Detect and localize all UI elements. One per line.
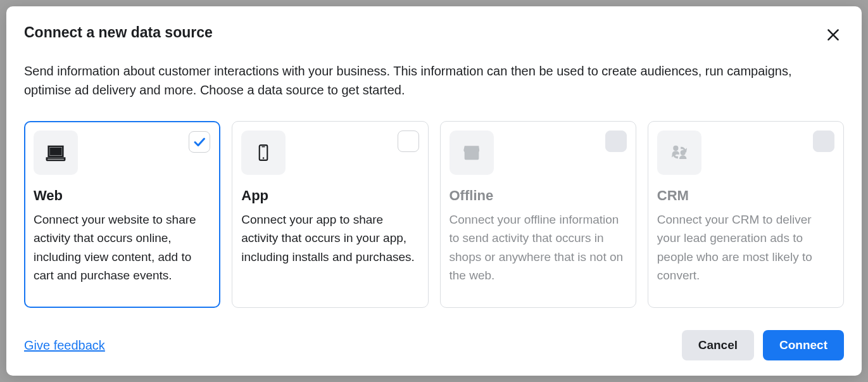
card-check-offline	[605, 131, 627, 152]
card-title-offline: Offline	[450, 188, 627, 204]
people-sync-icon	[657, 131, 701, 175]
modal-footer: Give feedback Cancel Connect	[24, 311, 844, 360]
checkmark-icon	[192, 134, 207, 150]
card-text-crm: Connect your CRM to deliver your lead ge…	[657, 210, 834, 285]
phone-icon	[241, 131, 286, 175]
cancel-button[interactable]: Cancel	[682, 330, 754, 360]
card-text-offline: Connect your offline information to send…	[450, 210, 627, 285]
card-web[interactable]: Web Connect your website to share activi…	[24, 121, 220, 308]
give-feedback-link[interactable]: Give feedback	[24, 338, 105, 353]
svg-rect-0	[49, 148, 61, 155]
footer-buttons: Cancel Connect	[682, 330, 844, 360]
card-title-web: Web	[34, 188, 211, 204]
card-title-crm: CRM	[657, 188, 834, 204]
laptop-icon	[34, 131, 78, 175]
store-icon	[450, 131, 494, 175]
card-title-app: App	[241, 188, 418, 204]
connect-button[interactable]: Connect	[763, 330, 844, 360]
card-check-web	[189, 131, 210, 153]
close-icon	[825, 27, 841, 45]
card-app[interactable]: App Connect your app to share activity t…	[232, 121, 428, 308]
card-check-app	[398, 131, 419, 152]
svg-point-2	[263, 157, 265, 159]
card-offline: Offline Connect your offline information…	[440, 121, 636, 308]
card-text-web: Connect your website to share activity t…	[34, 210, 211, 285]
svg-point-4	[674, 146, 678, 151]
modal-description: Send information about customer interact…	[24, 61, 844, 99]
data-source-cards: Web Connect your website to share activi…	[24, 121, 844, 308]
connect-data-source-modal: Connect a new data source Send informati…	[6, 6, 862, 376]
modal-header: Connect a new data source	[24, 24, 844, 48]
card-crm: CRM Connect your CRM to deliver your lea…	[648, 121, 844, 308]
card-text-app: Connect your app to share activity that …	[241, 210, 418, 266]
close-button[interactable]	[822, 24, 844, 48]
card-check-crm	[813, 131, 834, 152]
modal-title: Connect a new data source	[24, 24, 213, 41]
